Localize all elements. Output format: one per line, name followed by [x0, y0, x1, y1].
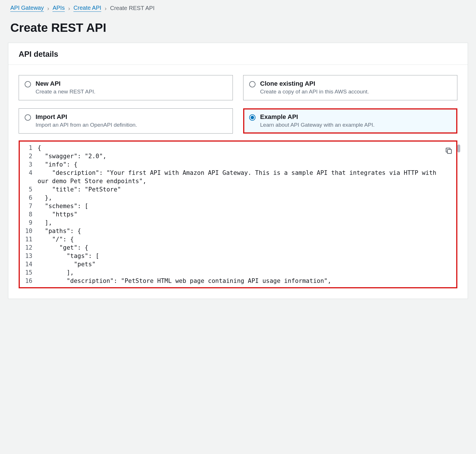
option-title: Import API [36, 113, 137, 121]
panel-header: API details [8, 43, 468, 65]
line-content: "pets" [38, 260, 454, 269]
copy-icon[interactable] [445, 147, 453, 155]
code-line: 9 ], [22, 219, 454, 227]
line-number: 12 [22, 244, 38, 252]
code-line: 1{ [22, 144, 454, 152]
line-number: 16 [22, 277, 38, 285]
radio-icon [249, 114, 255, 121]
option-import-api[interactable]: Import API Import an API from an OpenAPI… [19, 108, 233, 134]
chevron-right-icon: › [68, 5, 70, 11]
radio-icon [25, 81, 31, 87]
line-number: 14 [22, 260, 38, 269]
line-content: "get": { [38, 244, 454, 252]
line-number: 3 [22, 161, 38, 169]
line-number: 10 [22, 227, 38, 235]
code-line: 13 "tags": [ [22, 252, 454, 260]
radio-icon [249, 81, 255, 87]
code-line: 2 "swagger": "2.0", [22, 152, 454, 161]
option-desc: Create a copy of an API in this AWS acco… [260, 89, 369, 95]
svg-rect-0 [447, 149, 451, 153]
line-content: "paths": { [38, 227, 454, 235]
option-title: Clone existing API [260, 80, 369, 87]
line-number: 15 [22, 269, 38, 277]
api-details-panel: API details New API Create a new REST AP… [8, 43, 468, 299]
code-block[interactable]: 1{2 "swagger": "2.0",3 "info": {4 "descr… [22, 144, 454, 285]
breadcrumb-current: Create REST API [110, 5, 155, 11]
option-example-api[interactable]: Example API Learn about API Gateway with… [243, 108, 457, 134]
line-number: 8 [22, 210, 38, 219]
scrollbar-thumb[interactable] [457, 144, 460, 152]
line-number: 7 [22, 202, 38, 210]
breadcrumb-link-apis[interactable]: APIs [52, 5, 65, 12]
line-number: 4 [22, 169, 38, 185]
line-number: 5 [22, 185, 38, 194]
code-line: 5 "title": "PetStore" [22, 185, 454, 194]
option-desc: Learn about API Gateway with an example … [260, 122, 374, 128]
line-content: "https" [38, 210, 454, 219]
line-number: 2 [22, 152, 38, 161]
line-number: 13 [22, 252, 38, 260]
line-content: "description": "PetStore HTML web page c… [38, 277, 454, 285]
code-line: 10 "paths": { [22, 227, 454, 235]
breadcrumb: API Gateway › APIs › Create API › Create… [0, 3, 476, 14]
radio-icon [25, 114, 31, 121]
line-content: { [38, 144, 454, 152]
code-line: 14 "pets" [22, 260, 454, 269]
option-title: New API [36, 80, 95, 87]
line-number: 9 [22, 219, 38, 227]
line-content: }, [38, 194, 454, 202]
option-clone-api[interactable]: Clone existing API Create a copy of an A… [243, 75, 457, 100]
chevron-right-icon: › [105, 5, 107, 11]
code-line: 3 "info": { [22, 161, 454, 169]
line-content: "title": "PetStore" [38, 185, 454, 194]
code-line: 7 "schemes": [ [22, 202, 454, 210]
example-api-definition: 1{2 "swagger": "2.0",3 "info": {4 "descr… [19, 140, 457, 288]
option-desc: Import an API from an OpenAPI definition… [36, 122, 137, 128]
option-title: Example API [260, 113, 374, 121]
line-content: "schemes": [ [38, 202, 454, 210]
code-line: 15 ], [22, 269, 454, 277]
breadcrumb-link-api-gateway[interactable]: API Gateway [10, 5, 44, 12]
option-desc: Create a new REST API. [36, 89, 95, 95]
line-content: "/": { [38, 235, 454, 244]
line-number: 1 [22, 144, 38, 152]
line-number: 11 [22, 235, 38, 244]
line-content: "swagger": "2.0", [38, 152, 454, 161]
page-title: Create REST API [0, 14, 476, 43]
line-number: 6 [22, 194, 38, 202]
line-content: ], [38, 269, 454, 277]
api-type-options: New API Create a new REST API. Clone exi… [8, 65, 468, 140]
code-line: 4 "description": "Your first API with Am… [22, 169, 454, 185]
option-new-api[interactable]: New API Create a new REST API. [19, 75, 233, 100]
code-line: 6 }, [22, 194, 454, 202]
code-line: 12 "get": { [22, 244, 454, 252]
line-content: "info": { [38, 161, 454, 169]
line-content: "description": "Your first API with Amaz… [38, 169, 454, 185]
code-line: 8 "https" [22, 210, 454, 219]
line-content: "tags": [ [38, 252, 454, 260]
breadcrumb-link-create-api[interactable]: Create API [73, 5, 101, 12]
code-line: 16 "description": "PetStore HTML web pag… [22, 277, 454, 285]
code-line: 11 "/": { [22, 235, 454, 244]
chevron-right-icon: › [47, 5, 49, 11]
line-content: ], [38, 219, 454, 227]
